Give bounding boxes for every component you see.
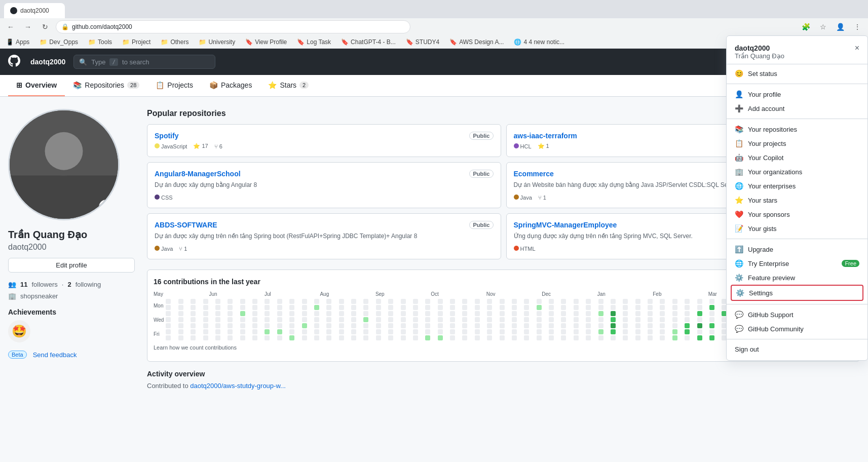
dropdown-your-repositories[interactable]: 📚 Your repositories <box>727 122 867 136</box>
tab-projects[interactable]: 📋 Projects <box>147 75 201 96</box>
bookmark-logtask[interactable]: 🔖 Log Task <box>295 37 333 47</box>
dropdown-your-gists[interactable]: 📝 Your gists <box>727 221 867 236</box>
send-feedback-link[interactable]: Send feedback <box>33 351 77 359</box>
user-login: daotq2000 <box>8 243 135 252</box>
dropdown-upgrade[interactable]: ⬆️ Upgrade <box>727 242 867 256</box>
org-item: 🏢 shopsneaker <box>8 292 135 300</box>
followers-label: followers <box>31 281 57 288</box>
devopps-icon: 📁 <box>40 38 47 46</box>
following-count[interactable]: 2 <box>67 281 71 288</box>
bookmark-project[interactable]: 📁 Project <box>120 37 153 47</box>
reload-button[interactable]: ↻ <box>39 20 52 33</box>
dropdown-your-sponsors[interactable]: ❤️ Your sponsors <box>727 207 867 221</box>
followers-stat: 👥 11 followers · 2 following <box>8 281 135 288</box>
add-account-icon: ➕ <box>735 104 743 112</box>
dropdown-feature-preview[interactable]: ⚙️ Feature preview <box>727 271 867 285</box>
set-status-label: Set status <box>748 70 777 78</box>
repo-card-abds[interactable]: ABDS-SOFTWARE Public Dự án được xây dựng… <box>147 213 501 259</box>
sponsors-menu-icon: ❤️ <box>735 210 743 218</box>
dropdown-your-copilot[interactable]: 🤖 Your Copilot <box>727 150 867 165</box>
bookmark-study4[interactable]: 🔖 STUDY4 <box>404 37 441 47</box>
bookmark-devopps[interactable]: 📁 Dev_Opps <box>37 37 80 47</box>
profile-btn[interactable]: 👤 <box>834 20 847 33</box>
browser-tabs: daotq2000 <box>0 0 868 18</box>
bookmark-university[interactable]: 📁 University <box>197 37 237 47</box>
repo-desc-abds: Dự án được xây dựng trên nền tảng Spring… <box>155 232 494 241</box>
extensions-btn[interactable]: 🧩 <box>799 20 812 33</box>
bookmark-aws[interactable]: 🔖 AWS Design A... <box>447 37 506 47</box>
repo-name-spotify: Spotify Public <box>155 132 494 140</box>
svg-point-1 <box>45 132 83 170</box>
dropdown-try-enterprise[interactable]: 🌐 Try Enterprise Free <box>727 256 867 271</box>
github-logo[interactable] <box>8 55 20 69</box>
avatar-edit-btn[interactable]: 📷 <box>99 200 113 214</box>
tab-packages[interactable]: 📦 Packages <box>201 75 260 96</box>
dropdown-your-stars[interactable]: ⭐ Your stars <box>727 193 867 207</box>
try-enterprise-label: Try Enterprise <box>748 260 789 267</box>
active-tab[interactable]: daotq2000 <box>4 3 65 18</box>
header-username[interactable]: daotq2000 <box>30 58 65 66</box>
forward-button[interactable]: → <box>21 20 34 33</box>
dropdown-your-enterprises[interactable]: 🌐 Your enterprises <box>727 179 867 193</box>
bookmark-others[interactable]: 📁 Others <box>159 37 191 47</box>
contrib-repo-link[interactable]: daotq2000/aws-stutdy-group-w... <box>190 382 286 390</box>
tab-repos-label: Repositories <box>85 81 124 89</box>
followers-count[interactable]: 11 <box>20 281 27 288</box>
repo-name-angular: Angular8-ManagerSchool Public <box>155 170 494 178</box>
your-repos-label: Your repositories <box>748 126 797 133</box>
tab-stars[interactable]: ⭐ Stars 2 <box>260 75 317 96</box>
dropdown-set-status[interactable]: 😊 Set status <box>727 66 867 81</box>
search-placeholder: Type <box>91 58 105 66</box>
repo-meta-abds: Java ⑂ 1 <box>155 246 494 252</box>
your-gists-label: Your gists <box>748 225 777 233</box>
month-labels: May Jun Jul Aug Sep Oct Nov Dec Jan Feb … <box>154 291 819 297</box>
repo-card-angular[interactable]: Angular8-ManagerSchool Public Dự án được… <box>147 162 501 208</box>
search-bar[interactable]: 🔍 Type / to search <box>73 55 215 69</box>
org-icon: 🏢 <box>8 292 16 300</box>
project-icon: 📁 <box>122 38 130 46</box>
stars-icon: ⭐ <box>268 81 277 89</box>
repo-card-spotify[interactable]: Spotify Public JavaScript ⭐ 17 ⑂ 6 <box>147 124 501 157</box>
tab-overview-label: Overview <box>25 81 57 89</box>
tab-repositories[interactable]: 📚 Repositories 28 <box>65 75 147 96</box>
label-wed: Wed <box>154 317 164 323</box>
browser-bar: ← → ↻ 🔒 github.com/daotq2000 🧩 ☆ 👤 ⋮ <box>0 18 868 35</box>
project-label: Project <box>132 38 150 46</box>
dropdown-close-btn[interactable]: × <box>855 44 859 52</box>
dropdown-your-organizations[interactable]: 🏢 Your organizations <box>727 165 867 179</box>
dropdown-menu: daotq2000 Trần Quang Đạo × 😊 Set status … <box>726 35 868 361</box>
menu-btn[interactable]: ⋮ <box>851 20 864 33</box>
achievements-title: Achievements <box>8 308 135 316</box>
dropdown-settings[interactable]: ⚙️ Settings <box>731 285 863 301</box>
label-mon: Mon <box>154 303 164 309</box>
sign-out-label: Sign out <box>735 345 759 353</box>
bookmark-tools[interactable]: 📁 Tools <box>86 37 114 47</box>
dropdown-your-profile[interactable]: 👤 Your profile <box>727 87 867 101</box>
bookmark-btn[interactable]: ☆ <box>816 20 829 33</box>
back-button[interactable]: ← <box>4 20 17 33</box>
address-bar[interactable]: 🔒 github.com/daotq2000 <box>56 20 410 33</box>
month-sep: Sep <box>375 291 431 297</box>
bookmark-apps[interactable]: 📱 Apps <box>4 37 31 47</box>
contrib-grid-wrapper: Mon Wed Fri <box>154 299 819 341</box>
edit-profile-button[interactable]: Edit profile <box>8 258 135 273</box>
tab-overview[interactable]: ⊞ Overview <box>8 75 65 96</box>
dropdown-github-support[interactable]: 💬 GitHub Support <box>727 307 867 322</box>
feature-preview-label: Feature preview <box>748 274 795 282</box>
viewprofile-label: View Profile <box>255 38 287 46</box>
bookmark-notif[interactable]: 🌐 4 4 new notic... <box>512 37 567 47</box>
month-may: May <box>154 291 209 297</box>
tools-icon: 📁 <box>88 38 96 46</box>
dropdown-your-projects[interactable]: 📋 Your projects <box>727 136 867 150</box>
dropdown-github-community[interactable]: 💬 GitHub Community <box>727 322 867 336</box>
university-label: University <box>208 38 235 46</box>
dropdown-add-account[interactable]: ➕ Add account <box>727 101 867 115</box>
search-suffix: to search <box>122 58 149 66</box>
bookmark-viewprofile[interactable]: 🔖 View Profile <box>243 37 289 47</box>
activity-header: Activity overview <box>147 370 860 378</box>
month-dec: Dec <box>542 291 597 297</box>
free-badge: Free <box>842 260 859 267</box>
bookmark-chatgpt[interactable]: 🔖 ChatGPT-4 - B... <box>339 37 398 47</box>
dropdown-sign-out[interactable]: Sign out <box>727 342 867 356</box>
divider-2 <box>727 119 867 119</box>
